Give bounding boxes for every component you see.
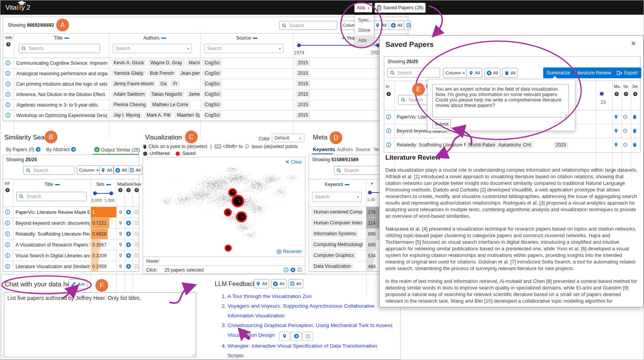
- chat-input[interactable]: List five papers authored by Jeffrey Hee…: [4, 292, 196, 357]
- slider-handle[interactable]: [600, 92, 604, 96]
- map-pin-icon[interactable]: [614, 128, 618, 133]
- table-row[interactable]: Beyond keyword search: discovering rele …: [3, 218, 139, 229]
- info-icon[interactable]: [5, 71, 10, 76]
- info-icon[interactable]: [5, 81, 10, 86]
- info-icon[interactable]: [386, 128, 391, 133]
- table-row[interactable]: Workshop on Optimizing Experimental Desi…: [3, 110, 408, 121]
- info-icon[interactable]: [386, 142, 391, 147]
- title-filter-input[interactable]: [28, 45, 97, 52]
- slider-handle-min[interactable]: [297, 43, 301, 47]
- info-icon[interactable]: [5, 113, 10, 118]
- filter-icon[interactable]: [253, 38, 257, 39]
- color-dropdown[interactable]: Default ∨: [272, 134, 304, 142]
- main-search-input[interactable]: [288, 22, 335, 29]
- info-icon[interactable]: [5, 210, 10, 215]
- submit-button[interactable]: Submit: [432, 119, 451, 128]
- title-filter-search[interactable]: [19, 44, 100, 53]
- summarize-button[interactable]: Summarize: [543, 67, 574, 78]
- sim-title-filter-input[interactable]: [26, 193, 84, 200]
- info-icon[interactable]: [5, 253, 10, 258]
- main-save-all-button[interactable]: All: [404, 21, 411, 30]
- help-icon[interactable]: ?: [387, 92, 391, 96]
- table-row[interactable]: PaperVis: Literature Review Made Easy. 1: [3, 207, 139, 218]
- col-title[interactable]: Title: [13, 182, 91, 187]
- map-pin-icon[interactable]: [118, 210, 123, 215]
- table-row[interactable]: Analogical reasoning performance and org…: [3, 69, 408, 79]
- map-pin-icon[interactable]: [614, 114, 618, 119]
- map-pin-icon[interactable]: [118, 242, 123, 247]
- menu-item-ada[interactable]: Ada: [355, 35, 374, 45]
- save-icon[interactable]: [134, 264, 139, 269]
- plus-circle-icon[interactable]: [126, 264, 131, 269]
- meta-search[interactable]: [334, 166, 384, 175]
- llm-save-all-button[interactable]: All: [288, 279, 303, 288]
- clear-selection-button[interactable]: ✕Clear: [285, 159, 302, 165]
- plus-circle-icon[interactable]: [291, 332, 302, 341]
- trash-icon[interactable]: [632, 114, 637, 119]
- slider-handle-max[interactable]: [109, 191, 113, 195]
- paper-link[interactable]: Voyagers and Voyeurs: Supporting Asynchr…: [228, 303, 375, 319]
- sort-desc-icon[interactable]: ▼: [342, 36, 345, 40]
- map-pin-icon[interactable]: [614, 142, 618, 147]
- plus-circle-icon[interactable]: [126, 253, 131, 258]
- help-icon[interactable]: ?: [633, 92, 637, 96]
- overlay-search-input[interactable]: [397, 70, 437, 76]
- filter-icon[interactable]: [106, 184, 111, 185]
- trash-icon[interactable]: [632, 142, 637, 147]
- help-icon[interactable]: ?: [135, 188, 139, 192]
- similarity-select-all-button[interactable]: All: [114, 165, 128, 175]
- info-icon[interactable]: [5, 60, 10, 65]
- main-select-all-button[interactable]: All: [388, 21, 405, 30]
- tab-by-abstract[interactable]: By Abstract: [46, 147, 76, 152]
- col-source[interactable]: Source: [200, 35, 293, 41]
- literature-review-button[interactable]: Literature Review: [571, 67, 615, 78]
- slider-handle-min[interactable]: [93, 191, 97, 195]
- embedding-model-dropdown[interactable]: Ada ∨: [354, 3, 372, 12]
- help-icon[interactable]: ?: [624, 92, 628, 96]
- save-icon[interactable]: [134, 231, 139, 236]
- table-row[interactable]: Literature Visualization and Similarity …: [3, 261, 139, 272]
- main-map-all-button[interactable]: All: [373, 21, 389, 30]
- ask-button[interactable]: Ask: [69, 279, 87, 289]
- scatter-plot[interactable]: [143, 157, 305, 257]
- menu-item-glove[interactable]: Glove: [355, 25, 374, 35]
- overlay-delete-all-button[interactable]: All: [502, 68, 518, 78]
- help-icon[interactable]: ?: [6, 42, 10, 47]
- overlay-select-all-button[interactable]: All: [484, 68, 501, 78]
- meta-search-input[interactable]: [343, 167, 382, 174]
- plus-circle-icon[interactable]: [126, 220, 131, 226]
- table-row[interactable]: Visual Search in Digital Libraries and t…: [3, 250, 139, 261]
- save-icon[interactable]: [134, 220, 139, 225]
- similarity-search[interactable]: [23, 166, 74, 175]
- map-pin-icon[interactable]: [118, 231, 123, 236]
- map-pin-icon[interactable]: [118, 253, 123, 258]
- filter-icon[interactable]: [345, 184, 349, 185]
- filter-icon[interactable]: [64, 38, 69, 39]
- tab-output-similar[interactable]: Output Similar (25): [94, 147, 140, 153]
- col-keyword[interactable]: Keyword: [309, 182, 365, 187]
- llm-select-all-button[interactable]: All: [271, 279, 287, 288]
- info-icon[interactable]: [5, 92, 10, 97]
- table-row[interactable]: Can priming intuitions about the logic o…: [3, 79, 408, 90]
- similarity-map-all-button[interactable]: All: [99, 165, 114, 175]
- info-icon[interactable]: [283, 267, 288, 272]
- info-icon[interactable]: [5, 264, 10, 269]
- table-row[interactable]: Communicating Cognitive Science: Improvi…: [3, 58, 408, 69]
- col-sim[interactable]: Sim: [91, 182, 116, 187]
- help-icon[interactable]: ?: [118, 188, 123, 192]
- table-row[interactable]: A Visualization of Research Papers Base …: [3, 239, 139, 250]
- sort-desc-icon[interactable]: ▼: [370, 182, 374, 186]
- info-icon[interactable]: [5, 242, 10, 247]
- menu-item-spec[interactable]: Spec...: [355, 15, 374, 25]
- recenter-button[interactable]: Recenter: [276, 249, 302, 254]
- plus-circle-icon[interactable]: [126, 231, 131, 236]
- save-icon[interactable]: [134, 242, 139, 247]
- help-icon[interactable]: ?: [615, 92, 619, 96]
- main-search[interactable]: [279, 21, 337, 30]
- table-row[interactable]: Algebraic reasoning in 3- to 5-year-olds…: [3, 100, 408, 110]
- sim-range-slider[interactable]: [93, 191, 113, 196]
- plus-circle-icon[interactable]: [623, 114, 628, 119]
- paper-link[interactable]: Wrangler: Interactive Visual Specificati…: [228, 343, 377, 358]
- authors-filter-select[interactable]: Search▾: [113, 44, 192, 53]
- col-authors[interactable]: Authors: [109, 35, 200, 41]
